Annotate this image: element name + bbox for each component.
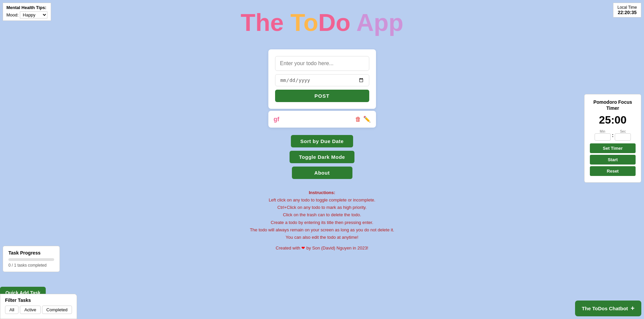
instruction-line-3: Click on the trash can to delete the tod… — [250, 211, 394, 219]
instruction-line-5: The todo will always remain on your scre… — [250, 226, 394, 234]
pomodoro-sec-input[interactable] — [615, 133, 631, 141]
todo-date-input[interactable] — [275, 74, 369, 86]
sec-label: Sec — [620, 130, 626, 133]
local-time-label: Local Time — [617, 5, 637, 10]
title-app: App — [350, 9, 403, 36]
set-timer-button[interactable]: Set Timer — [590, 143, 636, 153]
todo-input-card: POST — [268, 49, 376, 109]
reset-button[interactable]: Reset — [590, 166, 636, 176]
chatbot-label: The ToDos Chatbot — [582, 306, 628, 311]
instructions-title: Instructions: — [250, 189, 394, 196]
filter-active-button[interactable]: Active — [20, 306, 40, 314]
instruction-line-1: Left click on any todo to toggle complet… — [250, 196, 394, 204]
filter-tasks-title: Filter Tasks — [5, 298, 72, 303]
todo-item-actions: 🗑 ✏️ — [355, 116, 371, 123]
action-buttons: Sort by Due Date Toggle Dark Mode About — [290, 135, 354, 179]
instruction-line-2: Ctrl+Click on any todo to mark as high p… — [250, 204, 394, 211]
pomodoro-sec-group: Sec — [615, 130, 631, 141]
chatbot-plus-icon: + — [631, 305, 635, 312]
filter-buttons: All Active Completed — [5, 306, 72, 314]
colon-separator: : — [612, 133, 614, 138]
mental-health-label: Mental Health Tips: — [6, 5, 47, 10]
instructions: Instructions: Left click on any todo to … — [250, 189, 394, 252]
center-panel: POST gf 🗑 ✏️ Sort by Due Date Toggle Dar… — [0, 49, 644, 252]
title-to: To — [291, 9, 318, 36]
about-button[interactable]: About — [292, 167, 352, 179]
task-progress-widget: Task Progress 0 / 1 tasks completed — [3, 246, 60, 272]
pomodoro-time: 25:00 — [590, 114, 636, 126]
main-title: The ToDo App — [0, 0, 644, 36]
task-progress-title: Task Progress — [8, 250, 54, 256]
title-do: Do — [318, 9, 350, 36]
trash-icon[interactable]: 🗑 — [355, 116, 361, 123]
local-time-value: 22:20:35 — [617, 10, 637, 15]
todo-item-card: gf 🗑 ✏️ — [268, 111, 376, 128]
filter-completed-button[interactable]: Completed — [42, 306, 72, 314]
sort-by-due-date-button[interactable]: Sort by Due Date — [291, 135, 353, 147]
filter-all-button[interactable]: All — [5, 306, 18, 314]
title-the: The — [241, 9, 291, 36]
min-label: Min — [600, 130, 605, 133]
local-time-widget: Local Time 22:20:35 — [613, 3, 641, 17]
post-button[interactable]: POST — [275, 90, 369, 102]
mood-label: Mood: — [6, 12, 18, 17]
mental-health-widget: Mental Health Tips: Mood: Happy Sad Anxi… — [3, 3, 51, 21]
instruction-line-4: Create a todo by entering its title then… — [250, 219, 394, 226]
chatbot-button[interactable]: The ToDos Chatbot + — [575, 301, 641, 316]
credit-text: Created with ❤ by Son (David) Nguyen in … — [250, 244, 394, 252]
pomodoro-inputs: Min : Sec — [590, 130, 636, 141]
start-button[interactable]: Start — [590, 155, 636, 165]
mood-select[interactable]: Happy Sad Anxious Calm Stressed — [20, 11, 47, 18]
filter-tasks-widget: Filter Tasks All Active Completed — [0, 294, 77, 319]
edit-icon[interactable]: ✏️ — [363, 116, 371, 123]
progress-text: 0 / 1 tasks completed — [8, 263, 54, 268]
instruction-line-6: You can also edit the todo at anytime! — [250, 234, 394, 241]
progress-bar-bg — [8, 258, 54, 261]
toggle-dark-mode-button[interactable]: Toggle Dark Mode — [290, 151, 354, 163]
pomodoro-min-input[interactable] — [595, 133, 611, 141]
todo-item-text[interactable]: gf — [274, 116, 279, 123]
pomodoro-min-group: Min — [595, 130, 611, 141]
todo-text-input[interactable] — [275, 56, 369, 71]
pomodoro-widget: Pomodoro Focus Timer 25:00 Min : Sec Set… — [584, 94, 641, 183]
pomodoro-title: Pomodoro Focus Timer — [590, 99, 636, 111]
